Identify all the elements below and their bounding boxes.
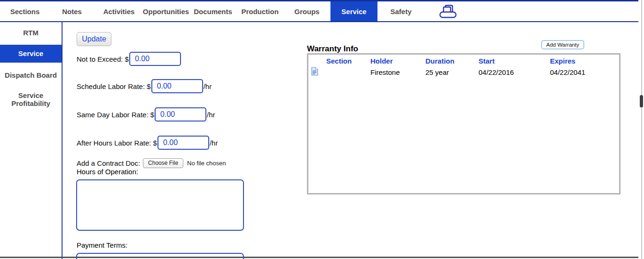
cell-expires: 04/22/2041 bbox=[550, 68, 585, 76]
window-bottom-edge bbox=[0, 257, 638, 258]
column-header-start: Start bbox=[479, 57, 495, 65]
schedule-labor-rate-input[interactable] bbox=[151, 79, 203, 93]
field-same-day-labor-rate: Same Day Labor Rate: $ /hr bbox=[77, 107, 215, 121]
field-contract-doc: Add a Contract Doc: Choose File No file … bbox=[77, 158, 226, 168]
not-to-exceed-input[interactable] bbox=[129, 52, 181, 66]
tab-groups[interactable]: Groups bbox=[283, 1, 330, 21]
sidebar-item-rtm[interactable]: RTM bbox=[0, 29, 62, 37]
tab-activities[interactable]: Activities bbox=[95, 1, 142, 21]
print-button[interactable] bbox=[424, 1, 471, 21]
tab-service[interactable]: Service bbox=[330, 1, 377, 21]
tab-notes[interactable]: Notes bbox=[48, 1, 95, 21]
cell-duration: 25 year bbox=[425, 68, 449, 76]
tab-safety[interactable]: Safety bbox=[377, 1, 424, 21]
tab-sections[interactable]: Sections bbox=[1, 1, 48, 21]
choose-file-button[interactable]: Choose File bbox=[143, 158, 183, 168]
document-icon bbox=[311, 67, 318, 76]
scrollbar-thumb[interactable] bbox=[640, 95, 643, 107]
after-hours-labor-rate-suffix: /hr bbox=[210, 139, 218, 147]
print-icon bbox=[439, 4, 457, 19]
update-button[interactable]: Update bbox=[77, 32, 111, 46]
schedule-labor-rate-suffix: /hr bbox=[204, 82, 212, 90]
column-header-section: Section bbox=[326, 57, 352, 65]
payment-terms-textarea[interactable] bbox=[76, 253, 244, 259]
column-header-holder: Holder bbox=[370, 57, 393, 65]
column-header-expires: Expires bbox=[550, 57, 575, 65]
column-header-duration: Duration bbox=[425, 57, 455, 65]
warranty-table: Section Holder Duration Start Expires Fi… bbox=[307, 53, 620, 194]
sidebar-item-service-profitability[interactable]: Service Profitability bbox=[0, 91, 62, 107]
hours-of-operation-label: Hours of Operation: bbox=[77, 168, 138, 176]
tab-documents[interactable]: Documents bbox=[189, 1, 236, 21]
field-after-hours-labor-rate: After Hours Labor Rate: $ /hr bbox=[77, 136, 218, 150]
field-not-to-exceed: Not to Exceed: $ bbox=[77, 52, 181, 66]
cell-holder: Firestone bbox=[370, 68, 400, 76]
after-hours-labor-rate-label: After Hours Labor Rate: $ bbox=[77, 139, 157, 147]
warranty-info-title: Warranty Info bbox=[307, 44, 358, 54]
left-sidebar: RTM Service Dispatch Board Service Profi… bbox=[0, 22, 63, 259]
tab-production[interactable]: Production bbox=[236, 1, 283, 21]
schedule-labor-rate-label: Schedule Labor Rate: $ bbox=[77, 82, 151, 90]
not-to-exceed-label: Not to Exceed: $ bbox=[77, 55, 129, 63]
top-nav: Sections Notes Activities Opportunities … bbox=[0, 1, 638, 22]
file-chosen-status: No file chosen bbox=[187, 160, 226, 167]
sidebar-item-service[interactable]: Service bbox=[0, 45, 62, 63]
payment-terms-label: Payment Terms: bbox=[77, 241, 127, 249]
same-day-labor-rate-suffix: /hr bbox=[207, 111, 215, 119]
warranty-document-link[interactable] bbox=[311, 67, 318, 78]
field-schedule-labor-rate: Schedule Labor Rate: $ /hr bbox=[77, 79, 212, 93]
add-warranty-button[interactable]: Add Warranty bbox=[541, 40, 584, 49]
contract-doc-label: Add a Contract Doc: bbox=[77, 159, 140, 167]
same-day-labor-rate-input[interactable] bbox=[155, 107, 206, 121]
scrollbar-track[interactable] bbox=[641, 0, 642, 259]
cell-start: 04/22/2016 bbox=[479, 68, 514, 76]
after-hours-labor-rate-input[interactable] bbox=[157, 136, 209, 150]
hours-of-operation-textarea[interactable] bbox=[76, 179, 244, 231]
sidebar-item-dispatch-board[interactable]: Dispatch Board bbox=[0, 71, 62, 79]
tab-opportunities[interactable]: Opportunities bbox=[142, 1, 189, 21]
same-day-labor-rate-label: Same Day Labor Rate: $ bbox=[77, 111, 154, 119]
